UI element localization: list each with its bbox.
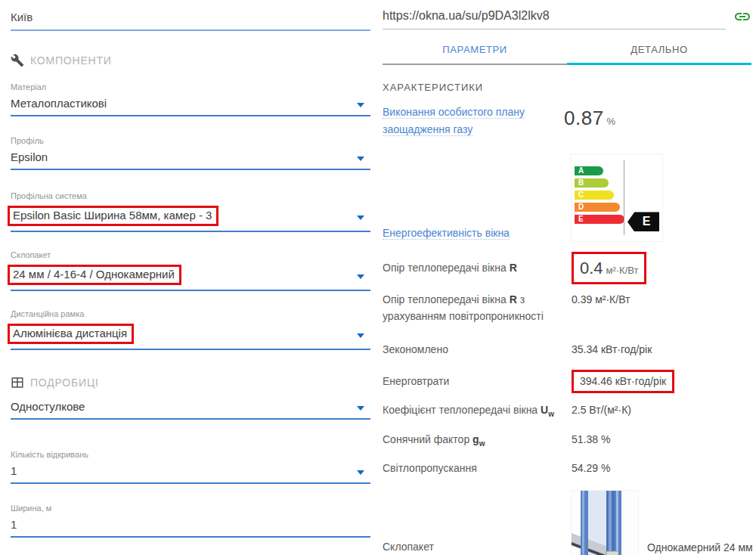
field-profile-system: Профільна система Epsilon Basic Ширина 5… — [11, 191, 370, 232]
losses-value: 394.46 кВт·год/рік — [580, 375, 666, 387]
wrench-icon — [11, 54, 24, 67]
gas-plan-link[interactable]: Виконання особистого плану заощадження г… — [383, 106, 525, 136]
link-icon[interactable] — [733, 8, 751, 26]
glazing-select[interactable]: 24 мм / 4-16-4 / Однокамерний — [11, 262, 370, 291]
energy-scale-line — [624, 160, 624, 235]
grid-icon — [11, 376, 24, 389]
share-url-input[interactable] — [383, 9, 726, 23]
energy-class-letter: E — [578, 215, 584, 223]
row-value: 51.38 % — [572, 432, 751, 449]
share-url-row — [383, 6, 751, 29]
chevron-down-icon — [357, 333, 364, 338]
field-openings: Кількість відкривань 1 — [11, 450, 370, 484]
energy-class-letter: D — [578, 203, 584, 211]
row-label: Світлопропускання — [383, 460, 572, 477]
row-losses: Енерговтрати 394.46 кВт·год/рік — [383, 370, 751, 393]
label-symbol: U — [541, 404, 548, 416]
row-value: 35.34 кВт·год/рік — [572, 342, 751, 358]
row-label: Опір теплопередачі вікна R — [383, 260, 572, 277]
row-label: Виконання особистого плану заощадження г… — [383, 104, 564, 138]
u-value: 2.5 Вт/(м²·К) — [572, 404, 631, 416]
energy-class-letter: C — [578, 191, 584, 199]
row-value: 0.4 м²·К/Вт — [572, 252, 751, 284]
tab-parameters[interactable]: ПАРАМЕТРИ — [383, 37, 567, 63]
energy-efficiency-link[interactable]: Енергоефективність вікна — [383, 227, 510, 240]
gas-plan-unit: % — [607, 116, 616, 127]
label-text: Опір теплопередачі вікна — [383, 262, 510, 274]
profile-select[interactable]: Epsilon — [11, 147, 370, 170]
field-label: Кількість відкривань — [11, 450, 370, 459]
label-text: Сонячний фактор — [383, 433, 472, 445]
row-r-air: Опір теплопередачі вікна R з урахуванням… — [383, 292, 751, 324]
field-value: Epsilon — [11, 150, 48, 163]
section-title: ПОДРОБИЦІ — [30, 377, 99, 389]
energy-current-class-tag: E — [627, 212, 659, 231]
field-value: 1 — [11, 464, 17, 477]
details-section-header: ПОДРОБИЦІ — [11, 376, 370, 389]
row-label: Склопакет — [383, 539, 572, 555]
row-label: Енергоефективність вікна — [383, 225, 572, 242]
spacer-select[interactable]: Алюмінієва дистанція — [11, 321, 370, 350]
glazing-unit-image — [572, 491, 638, 555]
field-label: Ширина, м — [11, 504, 370, 513]
row-label: Опір теплопередачі вікна R з урахуванням… — [383, 292, 572, 324]
row-value: 0.87 % — [564, 104, 751, 138]
width-field — [11, 515, 370, 538]
okna-configurator-page: КОМПОНЕНТИ Матеріал Металопластикові Про… — [0, 0, 756, 555]
row-energy-label: Енергоефективність вікна A B C D E E — [383, 154, 751, 241]
window-type-select[interactable]: Одностулкове — [11, 397, 370, 420]
r-unit: м²·К/Вт — [606, 265, 638, 276]
energy-class-letter: B — [578, 178, 584, 187]
row-label: Енерговтрати — [383, 374, 572, 390]
label-subscript: w — [479, 439, 485, 448]
row-value: Однокамерний 24 мм — [572, 491, 753, 555]
row-value: 54.29 % — [572, 460, 751, 477]
share-url-field — [383, 6, 726, 29]
row-value: 394.46 кВт·год/рік — [572, 370, 751, 393]
section-title: КОМПОНЕНТИ — [30, 54, 112, 67]
light-value: 54.29 % — [572, 462, 610, 474]
field-window-type: Одностулкове — [11, 397, 370, 420]
field-value: Одностулкове — [11, 400, 85, 413]
row-label: Коефіцієнт теплопередачі вікна Uw — [383, 402, 572, 420]
field-label: Склопакет — [11, 250, 370, 259]
field-profile: Профіль Epsilon — [11, 136, 370, 170]
row-glazing-unit: Склопакет — [383, 491, 751, 555]
components-section-header: КОМПОНЕНТИ — [11, 54, 370, 67]
row-value: 0.39 м²·К/Вт — [572, 292, 751, 324]
chevron-down-icon — [357, 103, 364, 107]
chevron-down-icon — [357, 470, 364, 475]
tab-details[interactable]: ДЕТАЛЬНО — [567, 37, 751, 63]
chevron-down-icon — [357, 157, 364, 161]
tab-indicator — [383, 63, 751, 65]
glazing-unit-caption: Однокамерний 24 мм — [647, 540, 753, 555]
row-light-transmission: Світлопропускання 54.29 % — [383, 460, 751, 477]
row-saved: Зекономлено 35.34 кВт·год/рік — [383, 342, 751, 358]
label-symbol: g — [472, 433, 479, 445]
highlight-box: Epsilon Basic Ширина 58мм, камер - 3 — [8, 206, 218, 226]
label-text: Опір теплопередачі вікна — [383, 293, 510, 305]
row-value: A B C D E E — [572, 154, 751, 241]
chevron-down-icon — [357, 215, 364, 220]
openings-select[interactable]: 1 — [11, 461, 370, 484]
highlight-box: 394.46 кВт·год/рік — [572, 370, 674, 393]
highlight-box: 24 мм / 4-16-4 / Однокамерний — [8, 265, 181, 285]
field-material: Матеріал Металопластикові — [11, 82, 370, 116]
energy-class-label-image: A B C D E E — [572, 154, 662, 241]
label-subscript: w — [548, 410, 554, 418]
energy-bar: D — [575, 203, 620, 212]
city-input[interactable] — [11, 11, 370, 23]
width-input[interactable] — [11, 518, 370, 531]
row-gas-plan: Виконання особистого плану заощадження г… — [383, 104, 751, 138]
material-select[interactable]: Металопластикові — [11, 94, 370, 116]
field-value: 24 мм / 4-16-4 / Однокамерний — [13, 268, 175, 281]
row-solar-factor: Сонячний фактор gw 51.38 % — [383, 432, 751, 449]
row-u-value: Коефіцієнт теплопередачі вікна Uw 2.5 Вт… — [383, 402, 751, 420]
field-label: Профільна система — [11, 191, 370, 200]
r-value: 0.4 — [580, 259, 603, 278]
label-symbol: R — [510, 262, 517, 274]
energy-bar: B — [575, 178, 609, 188]
field-label: Профіль — [11, 136, 370, 145]
tab-indicator-active — [567, 63, 751, 65]
profile-system-select[interactable]: Epsilon Basic Ширина 58мм, камер - 3 — [11, 203, 370, 232]
